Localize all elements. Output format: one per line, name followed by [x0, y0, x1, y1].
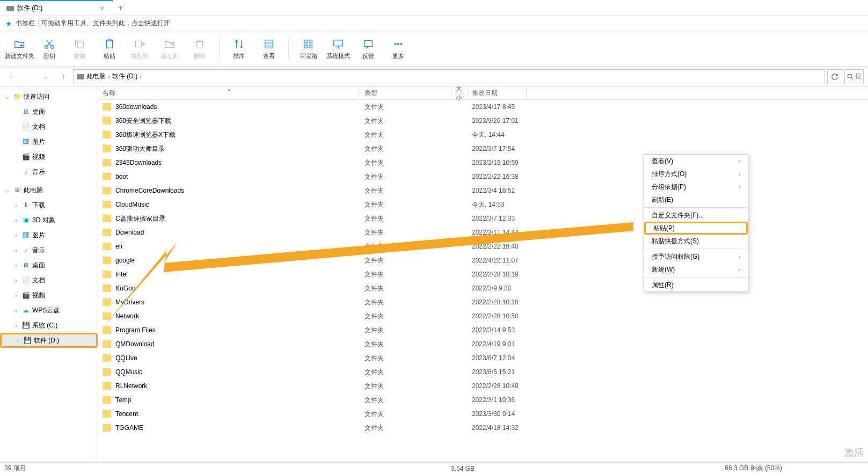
- file-name: 360极速浏览器X下载: [115, 130, 176, 140]
- status-free: 66.3 GB 剩余 (50%): [725, 464, 782, 473]
- tree-drive-d[interactable]: ›💾软件 (D:): [0, 333, 98, 348]
- tree-desktop2[interactable]: ›🖥桌面: [0, 258, 98, 273]
- nav-up-button[interactable]: ↑: [56, 69, 71, 84]
- file-row[interactable]: boot文件夹2022/2/22 16:38: [98, 170, 868, 184]
- cut-icon: [42, 37, 56, 51]
- tree-quick-access[interactable]: ⌵ 📁 快速访问: [0, 89, 98, 104]
- file-name: Temp: [115, 396, 131, 404]
- nav-forward-button[interactable]: →: [21, 69, 37, 84]
- sort-button[interactable]: 排序: [224, 33, 254, 64]
- copy-to-button[interactable]: 复制到: [125, 33, 155, 64]
- bookmark-bar: ★ 书签栏 | 可拖动常用工具、文件夹到此，点击快速打开: [0, 16, 868, 31]
- file-row[interactable]: 360驱动大师目录文件夹2022/3/7 17:54: [98, 142, 868, 156]
- file-name-cell: TGGAME: [98, 424, 360, 432]
- file-row[interactable]: Download文件夹2022/3/11 14:44: [98, 225, 868, 239]
- nav-history-button[interactable]: ⌵: [39, 69, 54, 84]
- cut-button[interactable]: 剪切: [34, 33, 64, 64]
- col-size[interactable]: 大小: [451, 87, 468, 99]
- nav-back-button[interactable]: ←: [4, 69, 19, 84]
- star-icon: ★: [5, 19, 12, 28]
- file-row[interactable]: CloudMusic文件夹今天, 14:53: [98, 198, 868, 212]
- ctx-paste-shortcut[interactable]: 粘贴快捷方式(S): [644, 235, 748, 247]
- tree-videos2[interactable]: ›🎬视频: [0, 288, 98, 303]
- col-date[interactable]: 修改日期: [468, 87, 527, 99]
- more-button[interactable]: 更多: [383, 33, 413, 64]
- tree-docs2[interactable]: ›📄文档: [0, 273, 98, 288]
- folder-icon: [103, 145, 111, 152]
- tree-music2[interactable]: ›♪音乐: [0, 243, 98, 258]
- ctx-paste[interactable]: 粘贴(P): [644, 222, 748, 235]
- ctx-refresh[interactable]: 刷新(E): [644, 193, 748, 206]
- close-tab-icon[interactable]: ×: [98, 4, 106, 13]
- sysmode-button[interactable]: 系统模式: [323, 33, 353, 64]
- ctx-group[interactable]: 分组依据(P)›: [644, 180, 748, 193]
- file-row[interactable]: Tencent文件夹2023/3/30 9:14: [98, 407, 868, 421]
- ctx-customize[interactable]: 自定义文件夹(F)...: [644, 209, 748, 222]
- file-row[interactable]: MyDrivers文件夹2022/2/28 10:18: [98, 295, 868, 309]
- tree-videos[interactable]: 🎬视频: [0, 149, 98, 164]
- file-row[interactable]: TGGAME文件夹2022/4/18 14:32: [98, 421, 868, 435]
- file-row[interactable]: QQLive文件夹2023/8/7 12:04: [98, 351, 868, 365]
- copy-button[interactable]: 复制: [64, 33, 94, 64]
- ctx-grant[interactable]: 授予访问权限(G)›: [644, 250, 748, 263]
- file-name-cell: ChromeCoreDownloads: [98, 187, 360, 194]
- breadcrumb-pc[interactable]: 此电脑: [86, 72, 106, 81]
- docs-icon: 📄: [21, 122, 30, 131]
- file-row[interactable]: Program Files文件夹2022/3/14 9:53: [98, 323, 868, 337]
- ctx-props[interactable]: 属性(R): [644, 279, 748, 291]
- ctx-sort[interactable]: 排序方式(O)›: [644, 167, 748, 180]
- tree-wps[interactable]: ›☁WPS云盘: [0, 303, 98, 318]
- tree-desktop[interactable]: 🖥桌面: [0, 104, 98, 119]
- nav-tree[interactable]: ⌵ 📁 快速访问 🖥桌面 📄文档 🖼图片 🎬视频 ♪音乐 ⌵ 🖥 此电脑 ›⬇下…: [0, 87, 98, 462]
- file-row[interactable]: RLNetwork文件夹2022/2/28 10:49: [98, 379, 868, 393]
- feedback-button[interactable]: 反馈: [353, 33, 383, 64]
- file-type-cell: 文件夹: [360, 368, 451, 377]
- file-body[interactable]: 360downloads文件夹2023/4/17 8:45360安全浏览器下载文…: [98, 100, 868, 462]
- ctx-new[interactable]: 新建(W)›: [644, 263, 748, 276]
- tree-music[interactable]: ♪音乐: [0, 164, 98, 179]
- move-to-button[interactable]: 移动到: [155, 33, 185, 64]
- new-folder-button[interactable]: 新建文件夹: [4, 33, 34, 64]
- tree-docs[interactable]: 📄文档: [0, 119, 98, 134]
- tree-pics2[interactable]: ›🖼图片: [0, 228, 98, 243]
- file-row[interactable]: C盘瘦身搬家目录文件夹2022/3/7 12:33: [98, 212, 868, 225]
- file-row[interactable]: Temp文件夹2022/3/1 10:36: [98, 393, 868, 407]
- tree-downloads[interactable]: ›⬇下载: [0, 198, 98, 213]
- delete-button[interactable]: 删除: [185, 33, 215, 64]
- ctx-view[interactable]: 查看(V)›: [644, 155, 748, 167]
- col-name[interactable]: ▴名称: [98, 87, 360, 99]
- file-row[interactable]: google文件夹2022/4/22 11:07: [98, 253, 868, 267]
- sort-asc-icon: ▴: [228, 87, 230, 92]
- tree-pics[interactable]: 🖼图片: [0, 134, 98, 149]
- tree-this-pc[interactable]: ⌵ 🖥 此电脑: [0, 183, 98, 198]
- refresh-button[interactable]: [827, 69, 842, 84]
- file-row[interactable]: Network文件夹2022/2/28 10:50: [98, 309, 868, 323]
- breadcrumb-drive[interactable]: 软件 (D:): [112, 72, 137, 81]
- file-date-cell: 2022/3/14 9:53: [468, 326, 580, 334]
- file-row[interactable]: KuGou文件夹2022/3/9 9:30: [98, 281, 868, 295]
- pics-icon: 🖼: [21, 231, 30, 239]
- file-row[interactable]: QMDownload文件夹2022/4/19 9:01: [98, 337, 868, 351]
- breadcrumb[interactable]: 此电脑 › 软件 (D:) ›: [73, 69, 825, 84]
- caret-right-icon: ›: [13, 262, 19, 268]
- file-row[interactable]: efi文件夹2022/2/22 16:40: [98, 239, 868, 253]
- file-row[interactable]: 2345Downloads文件夹2023/2/15 10:59: [98, 156, 868, 170]
- tab-software-d[interactable]: 软件 (D:) ×: [0, 0, 113, 16]
- toolbox-button[interactable]: 百宝箱: [293, 33, 323, 64]
- add-tab-button[interactable]: +: [113, 3, 128, 13]
- file-row[interactable]: 360安全浏览器下载文件夹2023/9/26 17:01: [98, 114, 868, 128]
- paste-button[interactable]: 粘贴: [94, 33, 125, 64]
- file-row[interactable]: 360极速浏览器X下载文件夹今天, 14:44: [98, 128, 868, 142]
- videos-icon: 🎬: [21, 152, 30, 161]
- file-row[interactable]: QQMusic文件夹2023/8/5 15:21: [98, 365, 868, 379]
- file-type-cell: 文件夹: [360, 116, 451, 126]
- view-button[interactable]: 查看: [254, 33, 284, 64]
- file-row[interactable]: Intel文件夹2022/2/28 10:19: [98, 267, 868, 281]
- file-row[interactable]: 360downloads文件夹2023/4/17 8:45: [98, 100, 868, 114]
- tree-drive-c[interactable]: ›💾系统 (C:): [0, 318, 98, 333]
- search-box[interactable]: 搜: [844, 69, 864, 84]
- tree-3d[interactable]: ›▣3D 对象: [0, 213, 98, 228]
- file-row[interactable]: ChromeCoreDownloads文件夹2022/3/4 18:52: [98, 184, 868, 198]
- col-type[interactable]: 类型: [360, 87, 451, 99]
- file-type-cell: 文件夹: [360, 214, 451, 223]
